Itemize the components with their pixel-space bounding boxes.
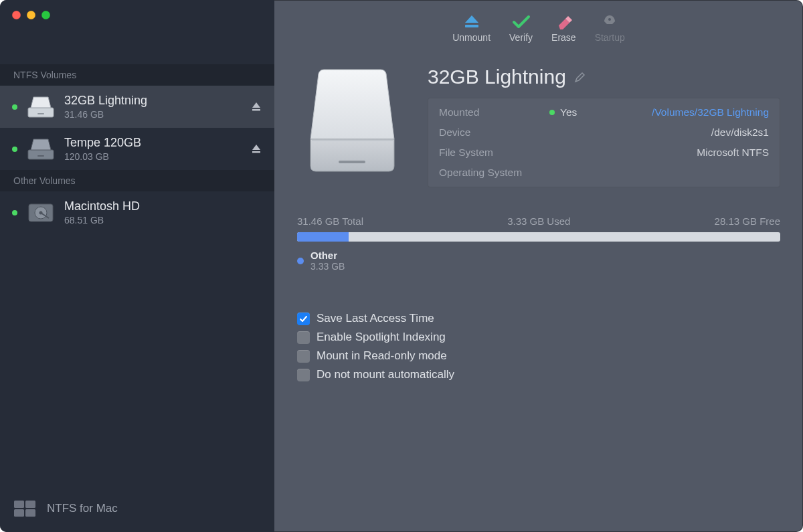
usage-bar-fill: [297, 232, 349, 242]
svg-point-14: [608, 18, 611, 21]
mounted-status: Yes: [549, 106, 577, 118]
checkbox-icon: [297, 331, 310, 344]
svg-rect-15: [339, 161, 365, 163]
verify-button[interactable]: Verify: [509, 13, 533, 43]
svg-rect-5: [252, 151, 260, 153]
option-save-last-access-time[interactable]: Save Last Access Time: [297, 312, 780, 325]
option-no-automount[interactable]: Do not mount automatically: [297, 368, 780, 381]
window-traffic-lights: [12, 11, 50, 19]
usage-section: 31.46 GB Total 3.33 GB Used 28.13 GB Fre…: [297, 215, 780, 272]
sidebar-volume-32gb-lightning[interactable]: 32GB Lightning 31.46 GB: [0, 86, 274, 128]
mount-path-link[interactable]: /Volumes/32GB Lightning: [652, 106, 769, 118]
sidebar-volume-text: Macintosh HD 68.51 GB: [64, 199, 262, 226]
svg-rect-10: [25, 501, 35, 508]
sidebar-section-ntfs: NTFS Volumes: [0, 64, 274, 86]
info-row-os: Operating System: [428, 163, 780, 183]
info-row-device: Device /dev/disk2s1: [428, 122, 780, 143]
close-window-button[interactable]: [12, 11, 21, 19]
volume-name: Macintosh HD: [64, 199, 262, 213]
volume-size: 68.51 GB: [64, 215, 262, 226]
sidebar-volume-text: Tempe 120GB 120.03 GB: [64, 136, 241, 162]
checkbox-icon: [297, 313, 310, 325]
svg-rect-0: [28, 108, 54, 117]
usage-legend: Other 3.33 GB: [297, 250, 780, 272]
unmount-button[interactable]: Unmount: [452, 13, 490, 43]
usage-bar: [297, 232, 780, 242]
option-read-only[interactable]: Mount in Read-only mode: [297, 349, 780, 363]
rename-icon[interactable]: [574, 71, 586, 83]
info-row-filesystem: File System Microsoft NTFS: [428, 143, 780, 163]
volume-hero: 32GB Lightning Mounted Yes /Volumes/32GB…: [297, 66, 780, 187]
external-drive-icon: [27, 137, 55, 162]
status-dot-icon: [12, 147, 17, 152]
svg-rect-9: [14, 501, 24, 508]
volume-info-box: Mounted Yes /Volumes/32GB Lightning Devi…: [428, 98, 780, 187]
sidebar: NTFS Volumes 32GB Lightning 31.46 GB: [0, 0, 274, 532]
volume-size: 31.46 GB: [64, 109, 241, 120]
volume-size: 120.03 GB: [64, 151, 241, 162]
internal-drive-icon: [27, 200, 55, 226]
usage-free: 28.13 GB Free: [715, 215, 780, 227]
svg-rect-4: [37, 155, 44, 157]
erase-icon: [553, 13, 573, 29]
sidebar-section-other: Other Volumes: [0, 170, 274, 191]
svg-rect-3: [28, 150, 54, 159]
checkbox-icon: [297, 369, 310, 381]
main-panel: Unmount Verify Erase Star: [274, 0, 803, 532]
option-enable-spotlight[interactable]: Enable Spotlight Indexing: [297, 331, 780, 344]
checkbox-icon: [297, 350, 310, 363]
app-name: NTFS for Mac: [47, 502, 118, 515]
info-row-mounted: Mounted Yes /Volumes/32GB Lightning: [428, 102, 780, 122]
svg-rect-16: [312, 140, 393, 141]
toolbar: Unmount Verify Erase Star: [297, 0, 780, 59]
startup-button: Startup: [595, 13, 625, 43]
svg-rect-1: [37, 113, 44, 114]
svg-rect-12: [25, 509, 35, 517]
external-drive-icon: [27, 94, 55, 120]
status-dot-icon: [12, 210, 17, 215]
minimize-window-button[interactable]: [27, 11, 35, 19]
eject-icon[interactable]: [250, 143, 262, 155]
volume-title: 32GB Lightning: [428, 66, 566, 88]
drive-hero-icon: [297, 66, 408, 179]
usage-used: 3.33 GB Used: [507, 215, 570, 227]
sidebar-volume-macintosh-hd[interactable]: Macintosh HD 68.51 GB: [0, 191, 274, 234]
sidebar-footer: NTFS for Mac: [0, 485, 274, 532]
volume-name: Tempe 120GB: [64, 136, 241, 150]
svg-rect-2: [252, 109, 260, 111]
app-window: NTFS Volumes 32GB Lightning 31.46 GB: [0, 0, 803, 532]
verify-icon: [511, 13, 531, 29]
svg-rect-11: [14, 509, 24, 517]
app-logo-icon: [13, 500, 36, 517]
status-dot-icon: [12, 104, 17, 110]
sidebar-volume-tempe[interactable]: Tempe 120GB 120.03 GB: [0, 128, 274, 170]
usage-total: 31.46 GB Total: [297, 215, 363, 227]
legend-dot-icon: [297, 258, 304, 264]
startup-icon: [600, 13, 620, 29]
volume-name: 32GB Lightning: [64, 94, 241, 108]
status-dot-icon: [549, 110, 555, 115]
zoom-window-button[interactable]: [41, 11, 50, 19]
sidebar-volume-text: 32GB Lightning 31.46 GB: [64, 94, 241, 120]
svg-rect-13: [465, 25, 478, 27]
mount-options: Save Last Access Time Enable Spotlight I…: [297, 312, 780, 381]
eject-icon[interactable]: [250, 101, 262, 113]
erase-button[interactable]: Erase: [551, 13, 576, 43]
unmount-icon: [462, 13, 482, 29]
